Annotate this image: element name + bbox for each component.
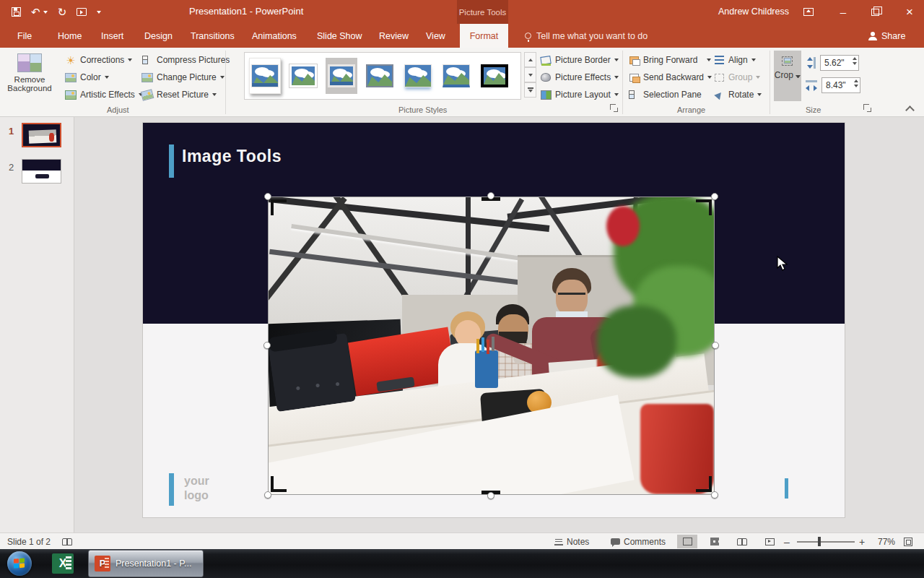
resize-handle-middle-left[interactable] (263, 342, 271, 349)
zoom-level[interactable]: 77% (878, 533, 895, 550)
undo-button[interactable]: ↶ (31, 7, 48, 17)
resize-handle-bottom-right[interactable] (711, 491, 718, 499)
slideshow-view-button[interactable] (759, 535, 780, 548)
powerpoint-p: P (100, 558, 105, 569)
comments-toggle[interactable]: Comments (611, 533, 666, 550)
spell-check-button[interactable] (62, 533, 72, 550)
picture-border-button[interactable]: Picture Border (540, 52, 619, 68)
zoom-in-button[interactable]: + (859, 533, 865, 550)
reading-view-button[interactable] (732, 535, 752, 548)
bring-forward-button[interactable]: Bring Forward (628, 52, 711, 68)
size-dialog-launcher[interactable] (863, 104, 871, 112)
picture-style-preset-5[interactable] (402, 58, 434, 94)
group-button[interactable]: Group (713, 69, 760, 85)
compress-pictures-button[interactable]: Compress Pictures (141, 52, 230, 68)
slide-sorter-view-button[interactable] (705, 535, 725, 548)
resize-handle-top-left[interactable] (264, 193, 271, 200)
tab-animations[interactable]: Animations (250, 24, 298, 48)
notes-toggle[interactable]: Notes (554, 533, 589, 550)
taskbar-powerpoint-button[interactable]: P Presentation1 - P... (88, 550, 204, 577)
taskbar-excel-button[interactable]: X (52, 553, 74, 574)
slide-indicator[interactable]: Slide 1 of 2 (7, 533, 51, 550)
shape-height-input[interactable] (821, 58, 847, 68)
rotate-button[interactable]: Rotate (713, 87, 762, 103)
slide-title-text[interactable]: Image Tools (182, 147, 282, 166)
ribbon-display-options-button[interactable] (794, 0, 823, 24)
window-title: Presentation1 - PowerPoint (189, 6, 303, 17)
remove-background-button[interactable]: Remove Background (7, 52, 52, 104)
customize-qat-button[interactable] (97, 11, 101, 14)
selected-picture-object[interactable] (269, 197, 714, 494)
reset-picture-button[interactable]: Reset Picture (141, 87, 217, 103)
excel-icon: X (59, 557, 67, 570)
slide-canvas[interactable]: Image Tools your logo (143, 123, 845, 517)
tab-design[interactable]: Design (143, 24, 174, 48)
tab-transitions[interactable]: Transitions (189, 24, 236, 48)
logo-placeholder-text[interactable]: your logo (184, 474, 209, 503)
slide-thumbnail-2[interactable] (22, 159, 61, 184)
close-button[interactable]: × (895, 0, 924, 24)
share-button[interactable]: Share (868, 24, 905, 48)
collapse-ribbon-button[interactable] (905, 105, 915, 115)
redo-button[interactable]: ↻ (58, 7, 67, 17)
picture-style-preset-7[interactable] (479, 58, 510, 94)
tab-home[interactable]: Home (56, 24, 83, 48)
tab-review[interactable]: Review (378, 24, 410, 48)
send-backward-button[interactable]: Send Backward (628, 69, 712, 85)
resize-handle-bottom-left[interactable] (264, 491, 271, 499)
tab-view[interactable]: View (424, 24, 447, 48)
resize-handle-bottom-center[interactable] (487, 492, 494, 499)
spin-down-icon (854, 85, 858, 87)
zoom-slider-track[interactable] (797, 541, 855, 543)
picture-effects-button[interactable]: Picture Effects (540, 69, 619, 85)
shape-width-field[interactable] (821, 77, 860, 93)
crop-handle-top-right[interactable] (696, 199, 712, 215)
gallery-scroll-down-button[interactable] (524, 67, 536, 82)
corrections-button[interactable]: ☀ Corrections (65, 52, 132, 68)
zoom-out-button[interactable]: – (784, 533, 790, 550)
picture-style-preset-4[interactable] (364, 58, 396, 94)
width-spinner[interactable] (854, 79, 858, 87)
picture-style-preset-1[interactable] (249, 58, 281, 94)
resize-handle-top-right[interactable] (711, 193, 718, 200)
start-from-beginning-button[interactable] (77, 8, 87, 16)
account-user-name[interactable]: Andrew Childress (718, 7, 789, 17)
tab-slideshow[interactable]: Slide Show (315, 24, 364, 48)
picture-style-preset-2[interactable] (287, 58, 319, 94)
gallery-scroll-up-button[interactable] (524, 52, 536, 67)
resize-handle-top-center[interactable] (487, 192, 494, 199)
gallery-more-button[interactable] (524, 82, 536, 98)
tab-insert[interactable]: Insert (100, 24, 125, 48)
zoom-slider-thumb[interactable] (818, 537, 821, 546)
normal-view-button[interactable] (677, 535, 697, 548)
picture-style-preset-6[interactable] (440, 58, 472, 94)
crop-handle-bottom-right[interactable] (696, 476, 712, 492)
minimize-button[interactable]: – (829, 0, 858, 24)
change-picture-button[interactable]: Change Picture (141, 69, 225, 85)
save-button[interactable] (12, 7, 21, 17)
picture-layout-button[interactable]: Picture Layout (540, 87, 619, 103)
picture-style-preset-3-selected[interactable] (326, 58, 357, 94)
height-spinner[interactable] (853, 57, 857, 65)
shape-height-field[interactable] (820, 55, 859, 71)
office-photo[interactable] (269, 197, 714, 494)
restore-button[interactable] (860, 0, 889, 24)
align-button[interactable]: Align (713, 52, 756, 68)
slide-thumbnail-1[interactable] (22, 123, 61, 147)
color-button[interactable]: Color (65, 69, 109, 85)
shape-width-input[interactable] (822, 80, 848, 90)
tab-format-active[interactable]: Format (460, 24, 508, 48)
picture-styles-dialog-launcher[interactable] (610, 104, 618, 112)
fit-slide-button[interactable] (904, 533, 912, 550)
artistic-effects-button[interactable]: Artistic Effects (65, 87, 143, 103)
crop-handle-bottom-left[interactable] (271, 476, 287, 492)
tell-me-box[interactable]: Tell me what you want to do (525, 24, 648, 48)
start-button[interactable] (7, 551, 32, 576)
selection-pane-button[interactable]: Selection Pane (628, 87, 702, 103)
powerpoint-icon: P (95, 556, 110, 571)
tab-file[interactable]: File (16, 24, 33, 48)
artistic-effects-icon (65, 89, 77, 100)
crop-button[interactable]: Crop (774, 51, 801, 101)
crop-handle-top-left[interactable] (271, 199, 287, 215)
resize-handle-middle-right[interactable] (712, 342, 719, 349)
